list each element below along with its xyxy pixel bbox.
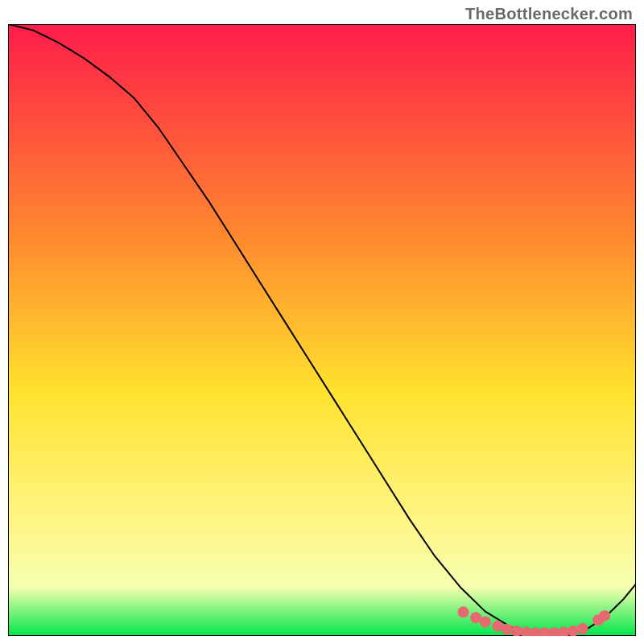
- highlight-point: [502, 624, 513, 635]
- chart-stage: TheBottlenecker.com: [0, 0, 644, 644]
- bottleneck-chart: [8, 24, 636, 636]
- watermark-label: TheBottlenecker.com: [465, 5, 633, 23]
- highlight-point: [480, 617, 491, 628]
- highlight-point: [458, 606, 469, 617]
- highlight-point: [577, 623, 588, 634]
- highlight-point: [599, 610, 610, 621]
- gradient-background: [8, 24, 636, 636]
